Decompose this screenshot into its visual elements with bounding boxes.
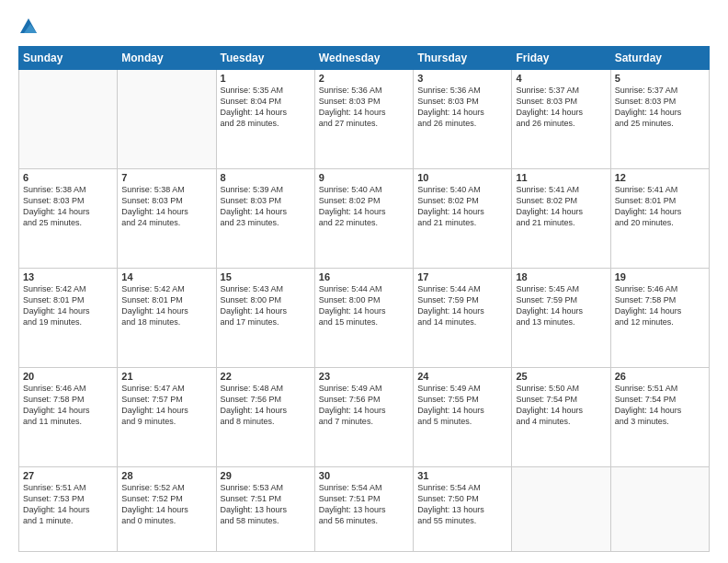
calendar-cell: 3Sunrise: 5:36 AMSunset: 8:03 PMDaylight… (414, 70, 512, 169)
day-number: 20 (23, 371, 113, 382)
day-number: 9 (319, 172, 409, 183)
calendar-cell: 4Sunrise: 5:37 AMSunset: 8:03 PMDaylight… (512, 70, 610, 169)
calendar-table: SundayMondayTuesdayWednesdayThursdayFrid… (18, 46, 710, 552)
day-number: 26 (615, 371, 705, 382)
calendar-cell: 27Sunrise: 5:51 AMSunset: 7:53 PMDayligh… (19, 466, 118, 551)
day-info: Sunrise: 5:39 AMSunset: 8:03 PMDaylight:… (221, 184, 311, 229)
calendar-cell: 29Sunrise: 5:53 AMSunset: 7:51 PMDayligh… (216, 466, 314, 551)
day-number: 19 (615, 271, 705, 282)
day-number: 23 (319, 371, 409, 382)
calendar-cell: 24Sunrise: 5:49 AMSunset: 7:55 PMDayligh… (414, 367, 512, 466)
calendar-week-0: 1Sunrise: 5:35 AMSunset: 8:04 PMDaylight… (19, 70, 710, 169)
day-number: 10 (417, 172, 507, 183)
logo-icon (18, 17, 39, 37)
day-info: Sunrise: 5:48 AMSunset: 7:56 PMDaylight:… (221, 383, 311, 428)
calendar-cell: 2Sunrise: 5:36 AMSunset: 8:03 PMDaylight… (314, 70, 413, 169)
calendar-week-1: 6Sunrise: 5:38 AMSunset: 8:03 PMDaylight… (19, 168, 710, 268)
day-header-saturday: Saturday (610, 47, 709, 70)
day-number: 30 (319, 470, 409, 481)
day-info: Sunrise: 5:36 AMSunset: 8:03 PMDaylight:… (417, 85, 507, 130)
day-info: Sunrise: 5:54 AMSunset: 7:51 PMDaylight:… (319, 482, 409, 527)
calendar-header-row: SundayMondayTuesdayWednesdayThursdayFrid… (19, 47, 710, 70)
day-number: 18 (516, 271, 606, 282)
calendar-cell: 23Sunrise: 5:49 AMSunset: 7:56 PMDayligh… (314, 367, 413, 466)
day-header-tuesday: Tuesday (216, 47, 314, 70)
calendar-cell: 17Sunrise: 5:44 AMSunset: 7:59 PMDayligh… (414, 268, 512, 367)
day-info: Sunrise: 5:46 AMSunset: 7:58 PMDaylight:… (615, 283, 705, 328)
day-header-sunday: Sunday (19, 47, 118, 70)
calendar-cell: 25Sunrise: 5:50 AMSunset: 7:54 PMDayligh… (512, 367, 610, 466)
calendar-cell: 10Sunrise: 5:40 AMSunset: 8:02 PMDayligh… (414, 168, 512, 268)
day-info: Sunrise: 5:36 AMSunset: 8:03 PMDaylight:… (319, 85, 409, 130)
day-number: 22 (221, 371, 311, 382)
day-number: 12 (615, 172, 705, 183)
header (18, 17, 710, 37)
day-number: 1 (221, 73, 311, 84)
day-number: 7 (121, 172, 211, 183)
calendar-cell: 6Sunrise: 5:38 AMSunset: 8:03 PMDaylight… (19, 168, 118, 268)
day-number: 17 (417, 271, 507, 282)
day-info: Sunrise: 5:51 AMSunset: 7:54 PMDaylight:… (615, 383, 705, 428)
day-number: 11 (516, 172, 606, 183)
day-info: Sunrise: 5:41 AMSunset: 8:02 PMDaylight:… (516, 184, 606, 229)
day-info: Sunrise: 5:49 AMSunset: 7:56 PMDaylight:… (319, 383, 409, 428)
day-number: 5 (615, 73, 705, 84)
calendar-cell (118, 70, 216, 169)
day-info: Sunrise: 5:52 AMSunset: 7:52 PMDaylight:… (121, 482, 211, 527)
day-info: Sunrise: 5:53 AMSunset: 7:51 PMDaylight:… (221, 482, 311, 527)
calendar-cell (19, 70, 118, 169)
day-info: Sunrise: 5:44 AMSunset: 7:59 PMDaylight:… (417, 283, 507, 328)
calendar-cell: 21Sunrise: 5:47 AMSunset: 7:57 PMDayligh… (118, 367, 216, 466)
calendar-cell: 13Sunrise: 5:42 AMSunset: 8:01 PMDayligh… (19, 268, 118, 367)
day-info: Sunrise: 5:40 AMSunset: 8:02 PMDaylight:… (319, 184, 409, 229)
day-info: Sunrise: 5:43 AMSunset: 8:00 PMDaylight:… (221, 283, 311, 328)
page: SundayMondayTuesdayWednesdayThursdayFrid… (0, 0, 728, 563)
day-header-wednesday: Wednesday (314, 47, 413, 70)
day-number: 28 (121, 470, 211, 481)
day-number: 8 (221, 172, 311, 183)
day-number: 27 (23, 470, 113, 481)
day-info: Sunrise: 5:41 AMSunset: 8:01 PMDaylight:… (615, 184, 705, 229)
logo (18, 17, 42, 37)
day-info: Sunrise: 5:35 AMSunset: 8:04 PMDaylight:… (221, 85, 311, 130)
calendar-cell: 22Sunrise: 5:48 AMSunset: 7:56 PMDayligh… (216, 367, 314, 466)
day-info: Sunrise: 5:51 AMSunset: 7:53 PMDaylight:… (23, 482, 113, 527)
calendar-cell: 20Sunrise: 5:46 AMSunset: 7:58 PMDayligh… (19, 367, 118, 466)
calendar-cell: 5Sunrise: 5:37 AMSunset: 8:03 PMDaylight… (610, 70, 709, 169)
day-number: 16 (319, 271, 409, 282)
day-info: Sunrise: 5:46 AMSunset: 7:58 PMDaylight:… (23, 383, 113, 428)
day-number: 3 (417, 73, 507, 84)
day-info: Sunrise: 5:50 AMSunset: 7:54 PMDaylight:… (516, 383, 606, 428)
calendar-cell: 18Sunrise: 5:45 AMSunset: 7:59 PMDayligh… (512, 268, 610, 367)
day-info: Sunrise: 5:49 AMSunset: 7:55 PMDaylight:… (417, 383, 507, 428)
calendar-week-3: 20Sunrise: 5:46 AMSunset: 7:58 PMDayligh… (19, 367, 710, 466)
calendar-cell: 12Sunrise: 5:41 AMSunset: 8:01 PMDayligh… (610, 168, 709, 268)
calendar-cell: 16Sunrise: 5:44 AMSunset: 8:00 PMDayligh… (314, 268, 413, 367)
calendar-cell: 15Sunrise: 5:43 AMSunset: 8:00 PMDayligh… (216, 268, 314, 367)
calendar-cell: 28Sunrise: 5:52 AMSunset: 7:52 PMDayligh… (118, 466, 216, 551)
calendar-cell: 19Sunrise: 5:46 AMSunset: 7:58 PMDayligh… (610, 268, 709, 367)
day-info: Sunrise: 5:40 AMSunset: 8:02 PMDaylight:… (417, 184, 507, 229)
day-header-thursday: Thursday (414, 47, 512, 70)
day-number: 15 (221, 271, 311, 282)
day-info: Sunrise: 5:45 AMSunset: 7:59 PMDaylight:… (516, 283, 606, 328)
day-number: 25 (516, 371, 606, 382)
calendar-cell: 9Sunrise: 5:40 AMSunset: 8:02 PMDaylight… (314, 168, 413, 268)
day-info: Sunrise: 5:47 AMSunset: 7:57 PMDaylight:… (121, 383, 211, 428)
day-info: Sunrise: 5:37 AMSunset: 8:03 PMDaylight:… (615, 85, 705, 130)
day-info: Sunrise: 5:54 AMSunset: 7:50 PMDaylight:… (417, 482, 507, 527)
day-number: 13 (23, 271, 113, 282)
day-number: 21 (121, 371, 211, 382)
day-info: Sunrise: 5:42 AMSunset: 8:01 PMDaylight:… (23, 283, 113, 328)
day-info: Sunrise: 5:38 AMSunset: 8:03 PMDaylight:… (121, 184, 211, 229)
day-info: Sunrise: 5:42 AMSunset: 8:01 PMDaylight:… (121, 283, 211, 328)
day-number: 29 (221, 470, 311, 481)
calendar-cell (610, 466, 709, 551)
day-header-friday: Friday (512, 47, 610, 70)
calendar-cell (512, 466, 610, 551)
day-number: 31 (417, 470, 507, 481)
calendar-week-2: 13Sunrise: 5:42 AMSunset: 8:01 PMDayligh… (19, 268, 710, 367)
calendar-cell: 14Sunrise: 5:42 AMSunset: 8:01 PMDayligh… (118, 268, 216, 367)
day-number: 2 (319, 73, 409, 84)
day-number: 24 (417, 371, 507, 382)
